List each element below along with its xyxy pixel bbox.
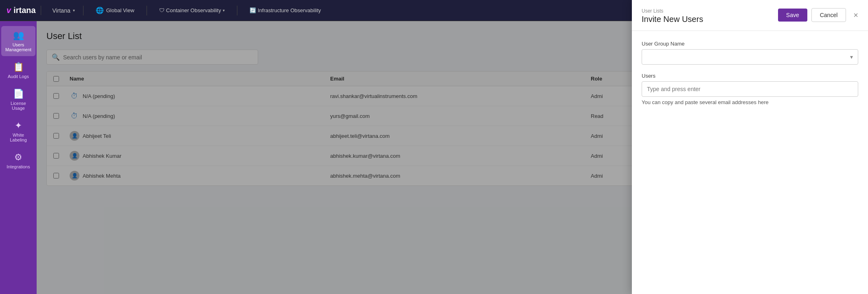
dropdown-arrow-icon: ▾: [850, 54, 853, 60]
modal-actions: Save Cancel ×: [778, 8, 858, 22]
org-label: Virtana: [53, 7, 70, 14]
sidebar-item-integrations[interactable]: ⚙ Integrations: [1, 148, 35, 173]
sidebar-item-white-labeling[interactable]: ✦ White Labeling: [1, 116, 35, 146]
modal-title-group: User Lists Invite New Users: [642, 8, 703, 24]
sidebar-item-label-integrations: Integrations: [7, 164, 30, 169]
cancel-button[interactable]: Cancel: [811, 8, 846, 22]
group-name-select[interactable]: ▾: [642, 49, 858, 65]
infra-obs-nav[interactable]: 🔄 Infrastructure Observability: [245, 5, 325, 16]
sidebar-item-label-license: License Usage: [4, 101, 33, 111]
org-selector[interactable]: Virtana ▾: [53, 7, 75, 14]
nav-divider-3: [237, 6, 237, 15]
sidebar-item-audit-logs[interactable]: 📋 Audit Logs: [1, 58, 35, 83]
logo-v-letter: v: [7, 6, 11, 15]
license-icon: 📄: [13, 89, 24, 99]
save-button[interactable]: Save: [778, 9, 807, 22]
group-name-label: User Group Name: [642, 41, 858, 47]
audit-icon: 📋: [13, 62, 24, 72]
modal-header: User Lists Invite New Users Save Cancel …: [632, 0, 868, 31]
sidebar-item-label-white: White Labeling: [4, 133, 33, 142]
app-logo: v irtana: [7, 6, 41, 15]
close-button[interactable]: ×: [853, 11, 858, 19]
nav-divider-1: [83, 6, 83, 15]
global-view-label: Global View: [106, 7, 134, 13]
users-label: Users: [642, 73, 858, 79]
users-form-group: Users You can copy and paste several ema…: [642, 73, 858, 105]
logo-text: irtana: [13, 6, 35, 15]
container-obs-nav[interactable]: 🛡 Container Observability ▾: [155, 5, 229, 16]
sidebar: 👥 Users Management 📋 Audit Logs 📄 Licens…: [0, 21, 37, 294]
sidebar-item-users-management[interactable]: 👥 Users Management: [1, 26, 35, 56]
modal-subtitle: User Lists: [642, 8, 703, 14]
integrations-icon: ⚙: [14, 152, 22, 163]
label-icon: ✦: [15, 120, 22, 131]
modal-title: Invite New Users: [642, 15, 703, 24]
users-input[interactable]: [642, 81, 858, 97]
modal-body: User Group Name ▾ Users You can copy and…: [632, 31, 868, 115]
users-hint: You can copy and paste several email add…: [642, 99, 858, 105]
chevron-down-icon-2: ▾: [223, 8, 225, 13]
globe-icon: 🌐: [96, 7, 104, 14]
nav-divider-2: [147, 6, 147, 15]
infra-obs-label: Infrastructure Observability: [258, 7, 321, 13]
global-view-nav[interactable]: 🌐 Global View: [92, 4, 138, 17]
refresh-icon: 🔄: [250, 7, 256, 13]
users-icon: 👥: [13, 30, 24, 41]
container-obs-label: Container Observability: [166, 7, 221, 13]
chevron-down-icon: ▾: [73, 8, 75, 13]
modal-panel: User Lists Invite New Users Save Cancel …: [632, 0, 868, 294]
sidebar-item-label-users: Users Management: [4, 42, 33, 52]
sidebar-item-label-audit: Audit Logs: [8, 74, 29, 79]
sidebar-item-license-usage[interactable]: 📄 License Usage: [1, 85, 35, 115]
user-group-form-group: User Group Name ▾: [642, 41, 858, 65]
shield-icon: 🛡: [159, 7, 164, 13]
